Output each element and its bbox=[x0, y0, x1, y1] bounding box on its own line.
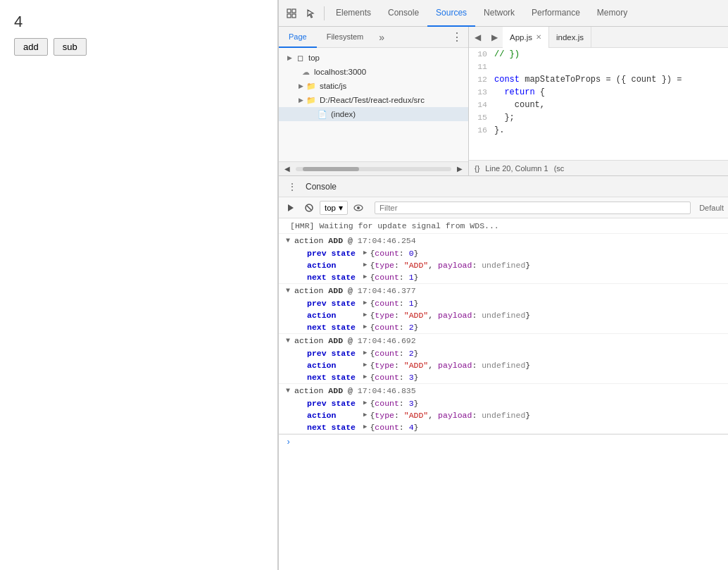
tree-item-localhost[interactable]: ☁ localhost:3000 bbox=[279, 65, 468, 79]
log-action-3: action ADD @ 17:04:46.692 bbox=[294, 336, 416, 345]
folder-icon-src: 📁 bbox=[306, 94, 317, 106]
console-title: Console bbox=[306, 182, 337, 192]
tree-item-staticjs[interactable]: ▶ 📁 static/js bbox=[279, 79, 468, 93]
console-toolbar: top ▾ Default bbox=[279, 197, 728, 218]
tab-separator bbox=[324, 6, 325, 20]
console-hmr-message: [HMR] Waiting for update signal from WDS… bbox=[279, 218, 728, 234]
console-context-select[interactable]: top ▾ bbox=[320, 201, 348, 215]
tab-sources[interactable]: Sources bbox=[427, 0, 475, 27]
svg-marker-4 bbox=[308, 10, 313, 18]
console-default-label: Default bbox=[699, 204, 724, 212]
log-value-prev-2: {count: 1} bbox=[370, 299, 418, 308]
log-group-header-3[interactable]: ▼ action ADD @ 17:04:46.692 bbox=[279, 334, 728, 347]
code-line-13: 13 return { bbox=[469, 86, 728, 99]
console-area: ⋮ Console top ▾ Default [HMR] Waiting fo… bbox=[279, 175, 728, 570]
subtab-dots[interactable]: ⋮ bbox=[446, 30, 468, 44]
sources-subtabs: Page Filesystem » ⋮ bbox=[279, 27, 468, 48]
log-group-header-4[interactable]: ▼ action ADD @ 17:04:46.835 bbox=[279, 384, 728, 397]
log-label-prev-2: prev state bbox=[307, 299, 363, 308]
devtools-body: Page Filesystem » ⋮ ▶ ◻ top ☁ localhost:… bbox=[279, 27, 728, 175]
svg-rect-0 bbox=[287, 9, 291, 13]
hscroll-right[interactable]: ▶ bbox=[454, 163, 465, 175]
console-filter-input[interactable] bbox=[375, 202, 691, 214]
tree-item-top[interactable]: ▶ ◻ top bbox=[279, 51, 468, 65]
sources-hscroll: ◀ ▶ bbox=[279, 161, 468, 175]
statusbar-position: Line 20, Column 1 bbox=[485, 164, 548, 173]
console-context-value: top bbox=[325, 204, 336, 212]
subtab-filesystem[interactable]: Filesystem bbox=[317, 27, 374, 48]
add-button[interactable]: add bbox=[14, 38, 48, 56]
log-value-action-1: {type: "ADD", payload: undefined} bbox=[370, 261, 530, 270]
svg-rect-1 bbox=[292, 9, 296, 13]
log-action-2: action ADD @ 17:04:46.377 bbox=[294, 286, 416, 295]
tab-performance[interactable]: Performance bbox=[523, 0, 589, 27]
svg-line-7 bbox=[307, 206, 311, 210]
log-subrow-2-prev: prev state ▶ {count: 1} bbox=[279, 297, 728, 309]
tab-elements[interactable]: Elements bbox=[327, 0, 379, 27]
subtab-page[interactable]: Page bbox=[279, 27, 317, 48]
log-value-next-1: {count: 1} bbox=[370, 273, 418, 282]
code-line-11: 11 bbox=[469, 61, 728, 73]
log-group-header-1[interactable]: ▼ action ADD @ 17:04:46.254 bbox=[279, 234, 728, 247]
code-line-15: 15 }; bbox=[469, 111, 728, 124]
log-toggle-3: ▼ bbox=[286, 337, 290, 345]
tree-arrow-top: ▶ bbox=[284, 54, 294, 61]
log-value-action-4: {type: "ADD", payload: undefined} bbox=[370, 411, 530, 420]
tree-item-src[interactable]: ▶ 📁 D:/React/Test/react-redux/src bbox=[279, 93, 468, 107]
code-line-14: 14 count, bbox=[469, 99, 728, 111]
counter-display: 4 bbox=[0, 0, 277, 38]
svg-marker-5 bbox=[288, 204, 294, 211]
cursor-icon[interactable] bbox=[301, 4, 321, 23]
console-stop-btn[interactable] bbox=[301, 200, 317, 216]
sub-button[interactable]: sub bbox=[54, 38, 87, 56]
log-group-header-2[interactable]: ▼ action ADD @ 17:04:46.377 bbox=[279, 284, 728, 297]
svg-rect-2 bbox=[287, 14, 291, 18]
code-tab-back[interactable]: ◀ bbox=[469, 27, 486, 48]
tab-network[interactable]: Network bbox=[475, 0, 523, 27]
log-subrow-1-prev: prev state ▶ {count: 0} bbox=[279, 247, 728, 259]
code-tab-appjs-label: App.js bbox=[510, 33, 532, 42]
console-input-area: › bbox=[279, 434, 728, 450]
statusbar-braces[interactable]: {} bbox=[475, 164, 479, 173]
code-tab-indexjs-label: index.js bbox=[556, 33, 584, 42]
devtools-panel: Elements Console Sources Network Perform… bbox=[278, 0, 728, 570]
app-area: 4 add sub bbox=[0, 0, 278, 570]
folder-icon-staticjs: 📁 bbox=[306, 80, 317, 92]
log-label-action-1: action bbox=[307, 261, 363, 270]
code-tab-indexjs[interactable]: index.js bbox=[549, 27, 591, 48]
console-run-btn[interactable] bbox=[283, 200, 299, 216]
inspect-icon[interactable] bbox=[282, 4, 301, 23]
tree-label-src: D:/React/Test/react-redux/src bbox=[320, 96, 425, 104]
subtab-more[interactable]: » bbox=[373, 32, 390, 43]
console-header: ⋮ Console bbox=[279, 176, 728, 197]
log-value-action-3: {type: "ADD", payload: undefined} bbox=[370, 361, 530, 370]
log-subrow-4-action: action ▶ {type: "ADD", payload: undefine… bbox=[279, 409, 728, 421]
log-label-next-3: next state bbox=[307, 373, 363, 382]
tab-console[interactable]: Console bbox=[379, 0, 427, 27]
file-icon-index: 📄 bbox=[317, 109, 328, 120]
code-line-16: 16 }. bbox=[469, 124, 728, 137]
log-value-action-2: {type: "ADD", payload: undefined} bbox=[370, 311, 530, 320]
console-expand-icon[interactable]: ⋮ bbox=[284, 179, 300, 194]
console-content: [HMR] Waiting for update signal from WDS… bbox=[279, 218, 728, 570]
log-action-1: action ADD @ 17:04:46.254 bbox=[294, 236, 416, 245]
log-subrow-4-prev: prev state ▶ {count: 3} bbox=[279, 397, 728, 409]
log-label-prev-1: prev state bbox=[307, 249, 363, 258]
hscroll-track bbox=[296, 167, 451, 171]
log-subrow-3-prev: prev state ▶ {count: 2} bbox=[279, 347, 728, 359]
statusbar-scope: (sc bbox=[554, 164, 565, 173]
code-line-10: 10 // }) bbox=[469, 48, 728, 61]
log-label-prev-3: prev state bbox=[307, 349, 363, 358]
hscroll-left[interactable]: ◀ bbox=[282, 163, 293, 175]
log-group-4: ▼ action ADD @ 17:04:46.835 prev state ▶… bbox=[279, 384, 728, 434]
tree-item-index[interactable]: 📄 (index) bbox=[279, 107, 468, 121]
tree-icon-top: ◻ bbox=[294, 52, 306, 63]
console-input[interactable] bbox=[296, 438, 721, 447]
code-tab-forward[interactable]: ▶ bbox=[486, 27, 503, 48]
code-tab-appjs[interactable]: App.js ✕ bbox=[503, 27, 549, 48]
log-toggle-1: ▼ bbox=[286, 237, 290, 244]
console-eye-btn[interactable] bbox=[351, 200, 366, 216]
chevron-down-icon: ▾ bbox=[339, 203, 343, 213]
tab-memory[interactable]: Memory bbox=[589, 0, 636, 27]
code-tab-appjs-close[interactable]: ✕ bbox=[536, 33, 541, 41]
